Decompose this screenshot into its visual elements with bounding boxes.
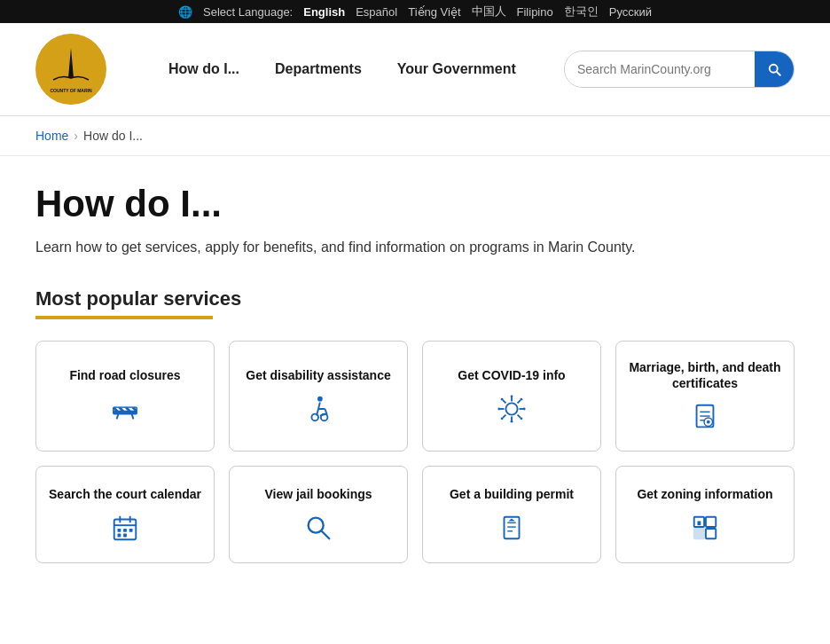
- svg-point-28: [520, 418, 522, 420]
- search-input[interactable]: [565, 51, 755, 87]
- svg-point-38: [707, 420, 710, 424]
- svg-line-11: [117, 414, 119, 420]
- service-label-road-closures: Find road closures: [69, 367, 180, 383]
- svg-point-22: [497, 408, 500, 411]
- nav-how-do-i[interactable]: How do I...: [168, 61, 239, 77]
- lang-chinese[interactable]: 中国人: [472, 4, 506, 20]
- search-magnify-icon: [303, 513, 333, 547]
- service-card-certificates[interactable]: Marriage, birth, and death certificates: [615, 341, 795, 452]
- lang-espanol[interactable]: Español: [356, 5, 397, 19]
- permit-icon: [497, 513, 527, 547]
- section-title: Most popular services: [35, 287, 795, 310]
- svg-rect-58: [706, 529, 716, 538]
- svg-line-29: [518, 400, 521, 403]
- breadcrumb-separator: ›: [74, 129, 78, 143]
- service-card-disability[interactable]: Get disability assistance: [229, 341, 408, 452]
- svg-line-27: [518, 415, 521, 418]
- service-label-jail-bookings: View jail bookings: [264, 486, 372, 502]
- search-button[interactable]: [755, 51, 794, 88]
- select-language-label: Select Language:: [203, 5, 293, 19]
- main-content: How do I... Learn how to get services, a…: [0, 156, 830, 599]
- service-card-building-permit[interactable]: Get a building permit: [422, 466, 601, 563]
- svg-point-30: [520, 398, 522, 401]
- svg-point-18: [511, 396, 513, 398]
- service-card-jail-bookings[interactable]: View jail bookings: [229, 466, 408, 563]
- service-card-covid[interactable]: Get COVID-19 info: [422, 341, 601, 452]
- svg-point-24: [523, 408, 526, 411]
- breadcrumb-current: How do I...: [83, 129, 143, 143]
- lang-tieng-viet[interactable]: Tiếng Việt: [408, 5, 460, 19]
- svg-rect-56: [706, 517, 716, 527]
- svg-point-13: [317, 397, 323, 402]
- svg-rect-43: [118, 529, 121, 532]
- nav-departments[interactable]: Departments: [275, 61, 362, 77]
- svg-rect-44: [123, 529, 127, 532]
- svg-point-16: [505, 404, 517, 415]
- svg-point-32: [501, 418, 504, 420]
- svg-line-31: [503, 415, 505, 418]
- site-header: COUNTY OF MARIN How do I... Departments …: [0, 23, 830, 116]
- svg-line-25: [503, 400, 505, 403]
- svg-point-26: [501, 398, 504, 401]
- wheelchair-icon: [303, 394, 333, 428]
- search-icon: [766, 61, 782, 77]
- service-grid: Find road closures: [35, 341, 795, 563]
- virus-icon: [497, 394, 527, 428]
- svg-rect-47: [123, 534, 127, 538]
- svg-rect-45: [129, 529, 133, 532]
- page-title: How do I...: [35, 183, 795, 225]
- service-label-covid: Get COVID-19 info: [458, 367, 565, 383]
- svg-rect-57: [694, 529, 704, 538]
- svg-point-14: [311, 414, 318, 421]
- service-label-court-calendar: Search the court calendar: [49, 486, 201, 502]
- service-label-certificates: Marriage, birth, and death certificates: [627, 359, 783, 391]
- svg-marker-54: [508, 519, 515, 522]
- page-description: Learn how to get services, apply for ben…: [35, 240, 795, 255]
- breadcrumb-home[interactable]: Home: [35, 129, 68, 143]
- svg-rect-59: [698, 521, 701, 525]
- document-icon: [690, 402, 720, 436]
- lang-korean[interactable]: 한국인: [564, 4, 599, 20]
- globe-icon: 🌐: [178, 5, 192, 19]
- service-card-court-calendar[interactable]: Search the court calendar: [35, 466, 215, 563]
- breadcrumb: Home › How do I...: [0, 116, 830, 156]
- svg-line-12: [132, 414, 134, 420]
- search-bar: [564, 51, 795, 88]
- svg-rect-46: [118, 534, 121, 538]
- title-underline: [35, 316, 213, 319]
- barrier-icon: [110, 394, 140, 428]
- main-nav: How do I... Departments Your Government: [168, 61, 537, 77]
- lang-english[interactable]: English: [303, 5, 345, 19]
- service-card-road-closures[interactable]: Find road closures: [35, 341, 215, 452]
- lang-filipino[interactable]: Filipino: [517, 5, 553, 19]
- service-card-zoning[interactable]: Get zoning information: [615, 466, 795, 563]
- nav-your-government[interactable]: Your Government: [397, 61, 516, 77]
- logo[interactable]: COUNTY OF MARIN: [35, 34, 106, 105]
- svg-point-20: [511, 420, 513, 423]
- language-bar: 🌐 Select Language: English Español Tiếng…: [0, 0, 830, 23]
- svg-line-49: [322, 531, 330, 539]
- zoning-icon: [690, 513, 720, 547]
- svg-text:COUNTY OF MARIN: COUNTY OF MARIN: [50, 88, 92, 93]
- service-label-zoning: Get zoning information: [637, 486, 772, 502]
- service-label-disability: Get disability assistance: [246, 367, 390, 383]
- calendar-icon: [110, 513, 140, 547]
- lang-russian[interactable]: Русский: [609, 5, 652, 19]
- service-label-building-permit: Get a building permit: [450, 486, 574, 502]
